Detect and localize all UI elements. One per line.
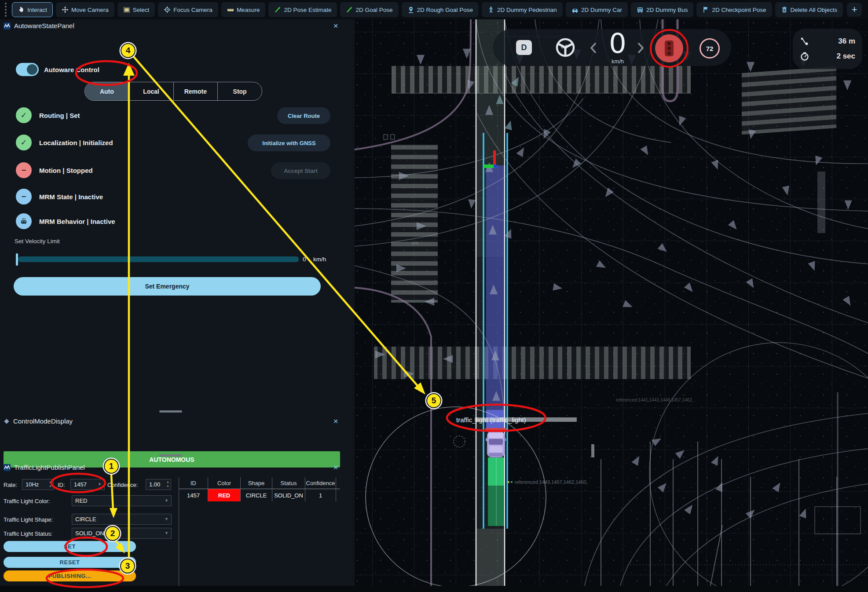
tool-label: 2D Pose Estimate: [284, 7, 331, 13]
status-mrm-behavior: MRM Behavior | Inactive: [16, 213, 115, 229]
tool-focus-camera[interactable]: Focus Camera: [158, 2, 218, 17]
mode-remote[interactable]: Remote: [174, 82, 218, 100]
color-select[interactable]: RED ▼: [72, 495, 172, 506]
spin-up-icon[interactable]: ▲: [49, 480, 52, 484]
tool-label: 2D Dummy Pedestrian: [497, 7, 557, 13]
mode-auto[interactable]: Auto: [85, 82, 129, 100]
speed-unit: km/h: [604, 58, 632, 65]
chevron-down-icon: ▼: [165, 498, 168, 503]
col-confidence: Confidence: [305, 477, 336, 489]
velocity-slider-track[interactable]: [18, 256, 299, 262]
status-label: MRM State | Inactive: [39, 193, 103, 201]
col-color: Color: [208, 477, 241, 489]
col-id: ID: [179, 477, 208, 489]
close-panel-button[interactable]: ✕: [332, 417, 340, 425]
accept-start-button[interactable]: Accept Start: [271, 162, 330, 179]
car-icon: [571, 6, 579, 13]
panel-drag-handle[interactable]: [159, 454, 182, 457]
confidence-label: Confidence:: [107, 482, 138, 488]
tool-label: 2D Checkpoint Pose: [712, 7, 766, 13]
cell-color: RED: [208, 489, 241, 501]
confidence-input[interactable]: 1.00 ▲▼: [146, 479, 171, 490]
minus-icon: −: [16, 162, 32, 178]
autoware-logo-icon: [4, 22, 11, 29]
tool-2d-goal-pose[interactable]: 2D Goal Pose: [340, 2, 398, 17]
lane-id-label: 670: [412, 241, 418, 245]
toolbar-grip-icon[interactable]: [3, 3, 9, 16]
autoware-control-label: Autoware Control: [44, 66, 99, 73]
hand-cursor-icon: [18, 6, 25, 13]
tool-2d-dummy-bus[interactable]: 2D Dummy Bus: [631, 2, 694, 17]
reset-button[interactable]: RESET: [4, 557, 136, 568]
add-tool-button[interactable]: +: [847, 3, 862, 17]
confidence-value: 1.00: [149, 481, 160, 488]
map-reference-label: referenced:1441,1443,1448,1457,1462,: [616, 398, 693, 402]
chevron-right-icon[interactable]: [636, 41, 645, 55]
mode-stop[interactable]: Stop: [218, 82, 262, 100]
close-panel-button[interactable]: ✕: [332, 464, 340, 471]
move-icon: [62, 6, 69, 13]
autoware-logo-icon: [4, 464, 11, 471]
color-select-value: RED: [75, 497, 87, 504]
minus-icon: −: [16, 189, 32, 205]
tool-select[interactable]: Select: [117, 2, 155, 17]
set-button[interactable]: SET: [4, 541, 136, 552]
map-canvas: traffic_light (traffic_light) referenced…: [355, 19, 868, 592]
cell-shape: CIRCLE: [241, 489, 272, 501]
status-motion: − Motion | Stopped: [16, 162, 93, 178]
id-combo[interactable]: 1457 ▼: [70, 479, 105, 490]
tool-label: 2D Rough Goal Pose: [417, 7, 473, 13]
chevron-left-icon[interactable]: [589, 41, 598, 55]
tool-label: Select: [133, 7, 150, 13]
tool-2d-pose-estimate[interactable]: 2D Pose Estimate: [268, 2, 337, 17]
table-row[interactable]: 1457 RED CIRCLE SOLID_ON 1: [179, 489, 340, 501]
tool-interact[interactable]: Interact: [12, 2, 53, 17]
traffic-light-panel-header: TrafficLightPublishPanel: [4, 464, 85, 471]
tool-label: Move Camera: [71, 7, 109, 13]
map-pin-icon: [407, 6, 414, 13]
status-select[interactable]: SOLID_ON ▼: [72, 528, 172, 539]
emergency-vehicle-icon: [16, 213, 32, 229]
control-mode-panel-header: ControlModeDisplay: [4, 417, 73, 425]
tool-label: 2D Goal Pose: [355, 7, 392, 13]
tool-2d-checkpoint-pose[interactable]: 2D Checkpoint Pose: [696, 2, 772, 17]
publishing-button[interactable]: PUBLISHING...: [4, 570, 136, 581]
tool-2d-dummy-car[interactable]: 2D Dummy Car: [566, 2, 628, 17]
trash-icon: [781, 6, 788, 13]
spin-up-icon[interactable]: ▲: [166, 480, 169, 484]
tool-2d-dummy-pedestrian[interactable]: 2D Dummy Pedestrian: [482, 2, 563, 17]
tool-delete-all-objects[interactable]: Delete All Objects: [775, 2, 843, 17]
initialize-with-gnss-button[interactable]: Initialize with GNSS: [248, 135, 330, 151]
cell-id: 1457: [179, 489, 208, 501]
spin-down-icon[interactable]: ▼: [49, 484, 52, 489]
close-panel-button[interactable]: ✕: [332, 22, 340, 30]
traffic-light-table: ID Color Shape Status Confidence 1457 RE…: [179, 477, 340, 591]
spin-down-icon[interactable]: ▼: [166, 484, 169, 489]
clear-route-button[interactable]: Clear Route: [277, 107, 330, 124]
status-localization: ✓ Localization | Initialized: [16, 135, 113, 150]
ruler-icon: [227, 6, 234, 13]
shape-select[interactable]: CIRCLE ▼: [72, 514, 172, 525]
tool-move-camera[interactable]: Move Camera: [56, 2, 114, 17]
tool-measure[interactable]: Measure: [221, 2, 266, 17]
route-distance: 36 m: [814, 37, 855, 46]
stopwatch-icon: [800, 51, 809, 61]
velocity-value: 0: [303, 256, 306, 263]
set-emergency-button[interactable]: Set Emergency: [14, 277, 321, 296]
control-mode-segmented: Auto Local Remote Stop: [84, 82, 262, 101]
status-routing: ✓ Routing | Set: [16, 107, 80, 123]
mode-local[interactable]: Local: [129, 82, 174, 100]
panel-drag-handle[interactable]: [159, 410, 182, 413]
map-viewport[interactable]: traffic_light (traffic_light) referenced…: [355, 19, 868, 592]
traffic-light-indicator: [655, 34, 683, 62]
autoware-control-toggle[interactable]: [16, 63, 39, 76]
shape-select-value: CIRCLE: [75, 516, 96, 523]
gear-indicator: D: [516, 40, 532, 55]
ego-corridor: [476, 19, 507, 592]
tool-2d-rough-goal-pose[interactable]: 2D Rough Goal Pose: [402, 2, 479, 17]
rate-label: Rate:: [4, 482, 17, 488]
goal-arrow-icon: [346, 6, 353, 13]
rate-input[interactable]: 10Hz ▲▼: [22, 479, 54, 490]
panel-title: TrafficLightPublishPanel: [14, 464, 85, 471]
status-select-value: SOLID_ON: [75, 530, 104, 537]
